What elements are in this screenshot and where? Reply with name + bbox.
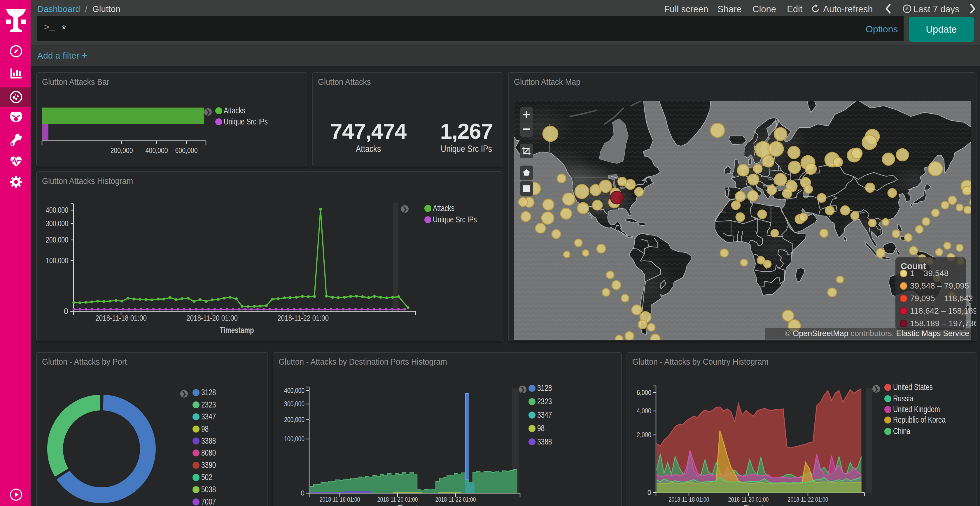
svg-text:2018-11-22 01:00: 2018-11-22 01:00	[436, 496, 476, 503]
svg-text:6,000: 6,000	[637, 389, 651, 397]
svg-text:79,095 – 118,642: 79,095 – 118,642	[910, 294, 973, 303]
svg-text:118,642 – 158,189: 118,642 – 158,189	[910, 306, 976, 316]
svg-text:Timestamp: Timestamp	[398, 503, 431, 506]
svg-text:300,000: 300,000	[46, 219, 68, 228]
svg-text:2,000: 2,000	[637, 431, 651, 439]
svg-text:2018-11-20 01:00: 2018-11-20 01:00	[377, 496, 418, 503]
svg-text:2018-11-22 01:00: 2018-11-22 01:00	[277, 314, 329, 322]
svg-text:39,548 – 79,095: 39,548 – 79,095	[910, 281, 969, 290]
svg-text:1 – 39,548: 1 – 39,548	[910, 269, 948, 278]
svg-text:2018-11-20 01:00: 2018-11-20 01:00	[728, 496, 769, 503]
svg-text:300,000: 300,000	[284, 400, 304, 408]
svg-text:200,000: 200,000	[46, 235, 68, 244]
svg-text:0: 0	[64, 307, 68, 316]
svg-text:400,000: 400,000	[46, 206, 68, 214]
svg-text:Timestamp: Timestamp	[220, 326, 254, 335]
svg-text:2018-11-18 01:00: 2018-11-18 01:00	[320, 496, 360, 503]
svg-text:100,000: 100,000	[46, 256, 68, 265]
svg-text:2018-11-18 01:00: 2018-11-18 01:00	[95, 314, 147, 322]
svg-text:2018-11-20 01:00: 2018-11-20 01:00	[186, 314, 238, 322]
svg-text:100,000: 100,000	[284, 435, 304, 443]
svg-text:Timestamp: Timestamp	[744, 503, 776, 506]
svg-text:158,189 – 197,736: 158,189 – 197,736	[910, 319, 976, 328]
svg-text:200,000: 200,000	[111, 146, 133, 155]
svg-text:2018-11-18 01:00: 2018-11-18 01:00	[669, 496, 710, 503]
svg-text:2018-11-22 01:00: 2018-11-22 01:00	[788, 496, 828, 503]
svg-text:400,000: 400,000	[284, 387, 304, 394]
svg-text:200,000: 200,000	[284, 416, 304, 424]
svg-text:4,000: 4,000	[637, 407, 651, 415]
svg-text:0: 0	[648, 489, 651, 496]
svg-text:0: 0	[301, 489, 304, 497]
svg-text:600,000: 600,000	[175, 146, 198, 155]
svg-text:400,000: 400,000	[146, 146, 168, 155]
svg-text:© OpenStreetMap contributors,: © OpenStreetMap contributors, Elastic Ma…	[785, 329, 969, 338]
